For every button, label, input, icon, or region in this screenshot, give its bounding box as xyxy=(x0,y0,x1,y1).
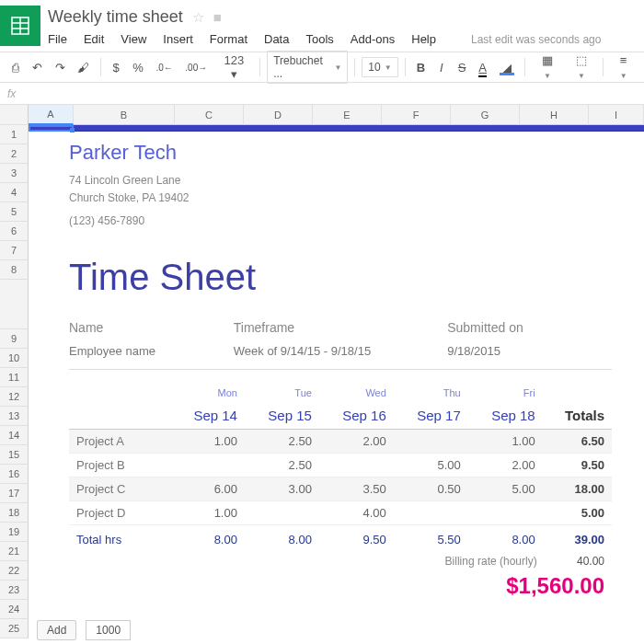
row-header[interactable]: 15 xyxy=(0,445,29,465)
billing-rate[interactable]: 40.00 xyxy=(540,555,604,568)
folder-icon[interactable]: ■ xyxy=(213,9,222,25)
last-edit[interactable]: Last edit was seconds ago xyxy=(471,33,601,46)
row-header[interactable]: 13 xyxy=(0,407,29,426)
toolbar: ⎙ ↶ ↷ 🖌 $ % .0← .00→ 123 ▾ Trebuchet ...… xyxy=(0,52,644,83)
menu-file[interactable]: File xyxy=(48,32,67,46)
menu-tools[interactable]: Tools xyxy=(305,32,333,46)
value-timeframe[interactable]: Week of 9/14/15 - 9/18/15 xyxy=(234,344,447,358)
row-header[interactable]: 5 xyxy=(0,202,29,222)
row-header[interactable]: 22 xyxy=(0,561,29,581)
row-header[interactable]: 16 xyxy=(0,465,29,484)
col-header[interactable]: F xyxy=(382,105,451,125)
value-submitted[interactable]: 9/18/2015 xyxy=(447,344,612,358)
row-header[interactable]: 2 xyxy=(0,144,29,164)
sheets-logo[interactable] xyxy=(0,6,40,46)
label-name: Name xyxy=(69,320,234,335)
col-header[interactable]: D xyxy=(244,105,313,125)
dec-increase-button[interactable]: .00→ xyxy=(180,59,211,76)
fill-color-button[interactable]: ◢ xyxy=(495,57,519,78)
phone[interactable]: (123) 456-7890 xyxy=(69,213,644,230)
top-rule xyxy=(29,125,644,132)
label-timeframe: Timeframe xyxy=(234,320,447,335)
col-header[interactable]: I xyxy=(589,105,644,125)
col-header[interactable]: G xyxy=(451,105,520,125)
row-header[interactable]: 19 xyxy=(0,523,29,542)
text-color-button[interactable]: A xyxy=(474,57,490,78)
row-header[interactable]: 6 xyxy=(0,222,29,241)
col-header[interactable]: A xyxy=(29,105,74,125)
row-header[interactable] xyxy=(0,280,29,329)
row-header[interactable]: 11 xyxy=(0,368,29,387)
star-icon[interactable]: ☆ xyxy=(192,9,204,26)
menu-format[interactable]: Format xyxy=(210,32,247,46)
row-count-input[interactable]: 1000 xyxy=(86,620,131,640)
number-format-button[interactable]: 123 ▾ xyxy=(215,50,254,85)
menu-data[interactable]: Data xyxy=(264,32,289,46)
value-name[interactable]: Employee name xyxy=(69,344,234,358)
menu-insert[interactable]: Insert xyxy=(163,32,193,46)
table-row: Project A1.002.502.001.006.50 xyxy=(69,429,612,453)
row-header[interactable]: 12 xyxy=(0,387,29,407)
row-header[interactable]: 9 xyxy=(0,329,29,349)
formula-bar[interactable]: fx xyxy=(0,83,644,105)
row-header[interactable]: 17 xyxy=(0,484,29,503)
col-header[interactable]: E xyxy=(313,105,382,125)
doc-title[interactable]: Weekly time sheet xyxy=(48,7,183,27)
menu-view[interactable]: View xyxy=(121,32,146,46)
redo-icon[interactable]: ↷ xyxy=(51,57,70,78)
billing-total[interactable]: $1,560.00 xyxy=(69,573,604,599)
row-header[interactable]: 10 xyxy=(0,349,29,368)
dec-decrease-button[interactable]: .0← xyxy=(151,59,177,76)
menu-help[interactable]: Help xyxy=(411,32,436,46)
col-header[interactable]: H xyxy=(520,105,589,125)
table-row: Project C6.003.003.500.505.0018.00 xyxy=(69,477,612,500)
borders-button[interactable]: ▦ ▼ xyxy=(532,50,562,85)
table-row: Project B2.505.002.009.50 xyxy=(69,453,612,477)
address-line-2[interactable]: Church Stoke, PA 19402 xyxy=(69,190,644,207)
row-header[interactable]: 4 xyxy=(0,183,29,202)
row-header[interactable]: 7 xyxy=(0,241,29,260)
col-header[interactable]: B xyxy=(74,105,175,125)
select-all[interactable] xyxy=(0,105,29,125)
totals-row: Total hrs8.008.009.505.508.0039.00 xyxy=(69,524,612,551)
font-size-select[interactable]: 10▼ xyxy=(362,57,397,77)
row-header[interactable]: 23 xyxy=(0,581,29,600)
row-header[interactable]: 18 xyxy=(0,503,29,523)
percent-button[interactable]: % xyxy=(128,57,147,78)
row-header[interactable]: 3 xyxy=(0,164,29,183)
row-header[interactable]: 1 xyxy=(0,125,29,144)
col-header[interactable]: C xyxy=(175,105,244,125)
paint-format-icon[interactable]: 🖌 xyxy=(73,57,94,78)
undo-icon[interactable]: ↶ xyxy=(28,57,47,78)
merge-button[interactable]: ⬚ ▼ xyxy=(566,50,596,85)
table-row: Project D1.004.005.00 xyxy=(69,500,612,524)
currency-button[interactable]: $ xyxy=(108,57,124,78)
add-rows-button[interactable]: Add xyxy=(37,620,76,640)
cell-cursor xyxy=(29,125,74,132)
row-header[interactable]: 8 xyxy=(0,260,29,280)
menubar: FileEditViewInsertFormatDataToolsAdd-ons… xyxy=(48,27,637,46)
timesheet-table: MonTueWedThuFri Sep 14Sep 15Sep 16Sep 17… xyxy=(69,383,612,551)
align-button[interactable]: ≡ ▼ xyxy=(610,50,637,85)
page-title[interactable]: Time Sheet xyxy=(69,257,644,298)
label-submitted: Submitted on xyxy=(447,320,612,335)
row-header[interactable]: 14 xyxy=(0,426,29,445)
row-header[interactable]: 24 xyxy=(0,600,29,619)
strike-button[interactable]: S xyxy=(454,57,470,78)
menu-add-ons[interactable]: Add-ons xyxy=(351,32,395,46)
print-icon[interactable]: ⎙ xyxy=(7,57,24,78)
billing-rate-label: Billing rate (hourly) xyxy=(445,555,537,568)
company-name[interactable]: Parker Tech xyxy=(69,141,644,165)
bold-button[interactable]: B xyxy=(412,57,430,78)
menu-edit[interactable]: Edit xyxy=(84,32,104,46)
row-header[interactable]: 25 xyxy=(0,619,29,638)
font-family-select[interactable]: Trebuchet ...▼ xyxy=(267,51,348,84)
italic-button[interactable]: I xyxy=(433,57,450,78)
address-line-1[interactable]: 74 Lincoln Green Lane xyxy=(69,172,644,190)
row-header[interactable]: 21 xyxy=(0,542,29,561)
